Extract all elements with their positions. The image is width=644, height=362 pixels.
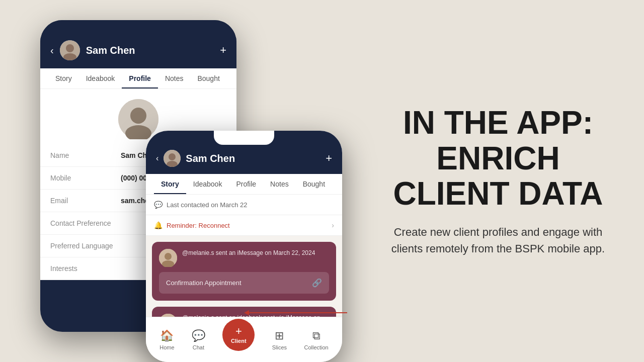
tab-notes[interactable]: Notes xyxy=(158,68,191,88)
front-tab-notes[interactable]: Notes xyxy=(263,174,296,194)
nav-home[interactable]: 🏠 Home xyxy=(159,329,174,350)
field-mobile-label: Mobile xyxy=(50,174,121,182)
phone-back-notch xyxy=(108,20,169,34)
phone-front: ‹ Sam Chen + Story Ideabook Profile Note… xyxy=(146,131,342,362)
svg-point-10 xyxy=(165,253,172,260)
phone-front-notch xyxy=(214,131,274,145)
nav-slices[interactable]: ⊞ Slices xyxy=(272,329,287,350)
svg-point-4 xyxy=(130,108,146,124)
field-contact-pref-label: Contact Preference xyxy=(50,219,121,227)
reminder-bar[interactable]: 🔔 Reminder: Reconnect › xyxy=(146,215,342,236)
chevron-right-icon: › xyxy=(332,221,334,229)
message-text-1: @melanie.s sent an iMessage on March 22,… xyxy=(182,249,315,257)
field-name-label: Name xyxy=(50,151,121,159)
collection-icon: ⧉ xyxy=(312,329,320,342)
nav-client-label: Client xyxy=(231,338,247,344)
slices-icon: ⊞ xyxy=(275,329,284,342)
field-email-label: Email xyxy=(50,197,121,205)
nav-home-label: Home xyxy=(159,344,174,350)
phone-back-tabs: Story Ideabook Profile Notes Bought xyxy=(40,68,236,89)
home-icon: 🏠 xyxy=(160,329,174,342)
tab-bought[interactable]: Bought xyxy=(190,68,226,88)
nav-chat-label: Chat xyxy=(193,344,204,350)
subtitle: Create new client profiles and engage wi… xyxy=(382,224,614,257)
avatar xyxy=(60,40,80,60)
message-avatar-1 xyxy=(159,249,177,267)
field-interests-label: Interests xyxy=(50,264,121,273)
bottom-nav: 🏠 Home 💬 Chat + Client ⊞ Slices ⧉ Co xyxy=(146,317,342,362)
arrow-connector xyxy=(242,308,352,318)
svg-marker-16 xyxy=(244,310,249,315)
svg-point-7 xyxy=(169,153,176,160)
chat-bubble-icon: 💬 xyxy=(154,201,163,209)
headline-line1: IN THE APP: xyxy=(382,105,614,140)
reminder-text: Reminder: Reconnect xyxy=(167,222,328,229)
front-avatar xyxy=(164,150,181,167)
front-phone-content: ‹ Sam Chen + Story Ideabook Profile Note… xyxy=(146,131,342,362)
front-tab-profile[interactable]: Profile xyxy=(229,174,263,194)
chat-icon: 💬 xyxy=(192,329,205,342)
last-contacted-text: Last contacted on March 22 xyxy=(167,201,247,209)
front-add-button[interactable]: + xyxy=(326,152,332,165)
message-link-box[interactable]: Confirmation Appointment 🔗 xyxy=(159,272,329,294)
headline-line2: ENRICH xyxy=(382,141,614,176)
link-icon: 🔗 xyxy=(312,278,322,288)
svg-point-1 xyxy=(66,44,74,52)
front-tab-bought[interactable]: Bought xyxy=(296,174,332,194)
headline: IN THE APP: ENRICH CLIENT DATA xyxy=(382,105,614,211)
nav-client[interactable]: + Client xyxy=(222,319,255,351)
last-contacted-bar: 💬 Last contacted on March 22 xyxy=(146,195,342,215)
client-plus-icon: + xyxy=(235,326,242,337)
tab-story[interactable]: Story xyxy=(48,68,79,88)
message-card-1: @melanie.s sent an iMessage on March 22,… xyxy=(152,242,336,301)
nav-collection[interactable]: ⧉ Collection xyxy=(304,329,328,350)
confirmation-link-text: Confirmation Appointment xyxy=(166,279,242,287)
profile-avatar-large xyxy=(118,99,158,139)
right-section: IN THE APP: ENRICH CLIENT DATA Create ne… xyxy=(352,85,644,277)
phone-back-user-name: Sam Chen xyxy=(86,45,214,56)
front-user-name: Sam Chen xyxy=(186,153,320,164)
nav-chat[interactable]: 💬 Chat xyxy=(192,329,205,350)
message-header-1: @melanie.s sent an iMessage on March 22,… xyxy=(159,249,329,267)
headline-line3: CLIENT DATA xyxy=(382,176,614,211)
phones-section: ‹ Sam Chen + Story Ideabook Profile Note… xyxy=(0,0,352,362)
nav-slices-label: Slices xyxy=(272,344,287,350)
field-language-label: Preferred Language xyxy=(50,242,121,250)
add-button[interactable]: + xyxy=(220,44,226,57)
tab-ideabook[interactable]: Ideabook xyxy=(79,68,122,88)
front-back-arrow-icon[interactable]: ‹ xyxy=(156,154,158,163)
front-tab-ideabook[interactable]: Ideabook xyxy=(186,174,229,194)
front-tab-story[interactable]: Story xyxy=(154,174,186,194)
bell-icon: 🔔 xyxy=(154,221,163,229)
back-arrow-icon[interactable]: ‹ xyxy=(50,45,54,56)
tab-profile[interactable]: Profile xyxy=(122,68,158,88)
front-tabs: Story Ideabook Profile Notes Bought xyxy=(146,174,342,195)
nav-collection-label: Collection xyxy=(304,344,328,350)
